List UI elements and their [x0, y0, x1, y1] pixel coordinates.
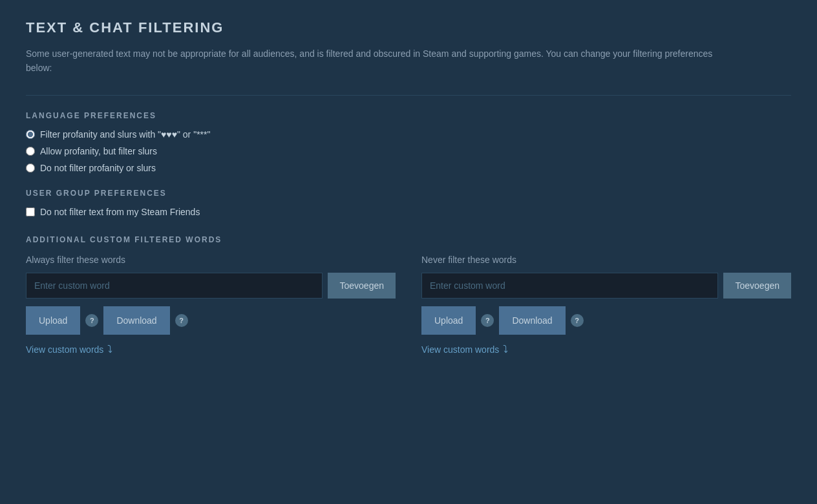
never-filter-action-row: Upload ? Download ?	[421, 306, 791, 335]
radio-filter-slurs-input[interactable]	[26, 147, 35, 156]
always-filter-chevron-icon: ⤵	[107, 344, 112, 355]
download-help-icon[interactable]: ?	[175, 314, 188, 327]
always-filter-input-row: Toevoegen	[26, 273, 396, 299]
never-filter-column: Never filter these words Toevoegen Uploa…	[421, 255, 791, 355]
always-filter-view-words[interactable]: View custom words ⤵	[26, 344, 396, 355]
never-filter-add-button[interactable]: Toevoegen	[723, 273, 791, 299]
never-filter-download-button[interactable]: Download	[499, 306, 565, 335]
user-group-title: USER GROUP PREFERENCES	[26, 189, 791, 198]
never-filter-upload-button[interactable]: Upload	[421, 306, 476, 335]
radio-filter-all-input[interactable]	[26, 130, 35, 139]
radio-filter-slurs-label: Allow profanity, but filter slurs	[40, 146, 157, 156]
language-radio-group: Filter profanity and slurs with "♥♥♥" or…	[26, 129, 791, 173]
always-filter-input[interactable]	[26, 273, 323, 299]
always-filter-column: Always filter these words Toevoegen Uplo…	[26, 255, 396, 355]
always-filter-upload-button[interactable]: Upload	[26, 306, 80, 335]
never-filter-label: Never filter these words	[421, 255, 791, 265]
steam-friends-checkbox[interactable]	[26, 207, 35, 216]
never-filter-input-row: Toevoegen	[421, 273, 791, 299]
never-filter-input[interactable]	[421, 273, 718, 299]
divider-1	[26, 95, 791, 96]
user-group-section: USER GROUP PREFERENCES Do not filter tex…	[26, 189, 791, 217]
custom-words-title: ADDITIONAL CUSTOM FILTERED WORDS	[26, 235, 791, 244]
always-filter-label: Always filter these words	[26, 255, 396, 265]
page-title: TEXT & CHAT FILTERING	[26, 19, 791, 36]
steam-friends-checkbox-label[interactable]: Do not filter text from my Steam Friends	[26, 207, 791, 217]
always-filter-download-button[interactable]: Download	[103, 306, 169, 335]
never-filter-chevron-icon: ⤵	[503, 344, 508, 355]
never-download-help-icon[interactable]: ?	[571, 314, 584, 327]
radio-no-filter-label: Do not filter profanity or slurs	[40, 163, 156, 173]
language-preferences-title: LANGUAGE PREFERENCES	[26, 111, 791, 120]
radio-no-filter[interactable]: Do not filter profanity or slurs	[26, 163, 791, 173]
always-filter-view-label: View custom words	[26, 344, 103, 355]
steam-friends-label: Do not filter text from my Steam Friends	[40, 207, 200, 217]
page-description: Some user-generated text may not be appr…	[26, 47, 737, 76]
custom-words-section: ADDITIONAL CUSTOM FILTERED WORDS Always …	[26, 235, 791, 355]
always-filter-action-row: Upload ? Download ?	[26, 306, 396, 335]
page-container: TEXT & CHAT FILTERING Some user-generate…	[0, 0, 817, 504]
never-upload-help-icon[interactable]: ?	[481, 314, 494, 327]
radio-no-filter-input[interactable]	[26, 163, 35, 173]
language-preferences-section: LANGUAGE PREFERENCES Filter profanity an…	[26, 111, 791, 173]
radio-filter-all[interactable]: Filter profanity and slurs with "♥♥♥" or…	[26, 129, 791, 140]
never-filter-view-words[interactable]: View custom words ⤵	[421, 344, 791, 355]
radio-filter-slurs[interactable]: Allow profanity, but filter slurs	[26, 146, 791, 156]
custom-words-columns: Always filter these words Toevoegen Uplo…	[26, 255, 791, 355]
radio-filter-all-label: Filter profanity and slurs with "♥♥♥" or…	[40, 129, 210, 140]
never-filter-view-label: View custom words	[421, 344, 499, 355]
always-filter-add-button[interactable]: Toevoegen	[328, 273, 396, 299]
upload-help-icon[interactable]: ?	[85, 314, 98, 327]
